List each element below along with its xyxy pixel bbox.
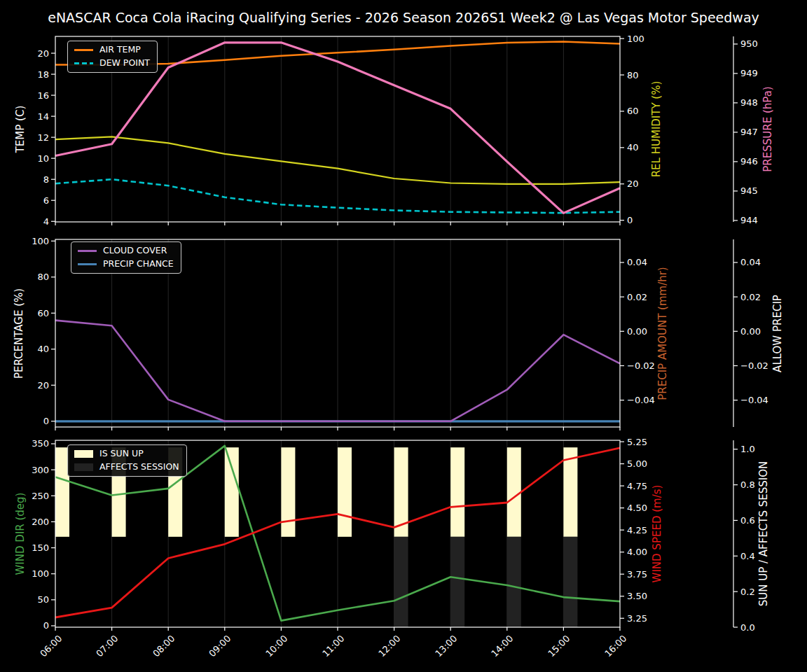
is-sun-up-bar bbox=[507, 447, 521, 537]
y-tick-label: 0 bbox=[43, 621, 49, 630]
y-tick-label: 10 bbox=[37, 154, 49, 163]
legend-label: PRECIP CHANCE bbox=[103, 259, 174, 269]
y-tick-label: 20 bbox=[37, 49, 49, 58]
y-tick-label: 20 bbox=[37, 381, 49, 390]
y-tick-label: 0.00 bbox=[740, 327, 761, 336]
y-tick-label: 50 bbox=[37, 595, 49, 604]
y-tick-label: 944 bbox=[740, 216, 758, 225]
y-tick-label: 1.0 bbox=[740, 444, 755, 454]
y-tick-label: 100 bbox=[32, 237, 49, 246]
y-tick-label: 946 bbox=[740, 157, 758, 166]
y-tick-label: 0 bbox=[627, 216, 633, 225]
y-tick-label: 0.8 bbox=[740, 480, 755, 489]
y-tick-label: 0.2 bbox=[740, 587, 755, 596]
legend-wind: IS SUN UP AFFECTS SESSION bbox=[67, 444, 187, 477]
axis-title-allow-precip: ALLOW PRECIP bbox=[773, 243, 783, 425]
is-sun-up-bar bbox=[338, 447, 352, 537]
y-tick-label: 0 bbox=[43, 416, 49, 426]
y-tick-label: 0.04 bbox=[740, 258, 761, 267]
y-tick-label: 3.75 bbox=[627, 570, 647, 579]
y-tick-label: 0.6 bbox=[740, 516, 755, 525]
y-tick-label: 4 bbox=[43, 217, 49, 226]
legend-temperature: AIR TEMP DEW POINT bbox=[67, 41, 158, 73]
axis-title-pressure: PRESSURE (hPa) bbox=[763, 38, 773, 220]
y-tick-label: 0.02 bbox=[740, 293, 761, 302]
y-tick-label: 4.50 bbox=[627, 503, 647, 512]
y-tick-label: 4.25 bbox=[627, 526, 647, 535]
y-tick-label: 8 bbox=[43, 175, 49, 184]
axis-title-wind-speed: WIND SPEED (m/s) bbox=[652, 443, 663, 625]
legend-item-dew-point: DEW POINT bbox=[74, 58, 150, 68]
y-tick-label: 0.4 bbox=[740, 552, 755, 561]
precip-chance-line-swatch bbox=[78, 263, 97, 265]
y-tick-label: 4.00 bbox=[627, 547, 647, 556]
y-tick-label: 16 bbox=[37, 91, 49, 100]
legend-item-affects-session: AFFECTS SESSION bbox=[74, 462, 179, 472]
y-tick-label: 60 bbox=[37, 309, 49, 318]
y-tick-label: 350 bbox=[32, 439, 49, 448]
y-tick-label: 5.00 bbox=[627, 459, 647, 468]
y-tick-label: 948 bbox=[740, 98, 758, 107]
affects-session-bar bbox=[450, 537, 464, 627]
y-tick-label: 0.0 bbox=[740, 623, 755, 632]
y-tick-label: −0.04 bbox=[740, 396, 768, 405]
y-tick-label: 950 bbox=[740, 39, 758, 48]
air-temp-line-swatch bbox=[74, 49, 93, 51]
y-tick-label: 20 bbox=[627, 179, 639, 188]
affects-session-bar bbox=[394, 537, 408, 627]
y-tick-label: 300 bbox=[32, 465, 49, 475]
y-tick-label: 14 bbox=[37, 112, 49, 121]
y-tick-label: −0.02 bbox=[627, 361, 655, 370]
legend-item-air-temp: AIR TEMP bbox=[74, 45, 150, 55]
y-tick-label: 0.04 bbox=[627, 258, 647, 267]
affects-session-patch-swatch bbox=[74, 463, 93, 471]
y-tick-label: −0.02 bbox=[740, 361, 768, 370]
y-tick-label: 200 bbox=[32, 517, 49, 526]
y-tick-label: 60 bbox=[627, 106, 639, 115]
legend-item-precip-chance: PRECIP CHANCE bbox=[78, 259, 174, 269]
is-sun-up-bar bbox=[225, 447, 239, 537]
is-sun-up-bar bbox=[563, 447, 577, 537]
axis-title-wind-dir: WIND DIR (deg) bbox=[15, 443, 26, 625]
y-tick-label: 6 bbox=[43, 196, 49, 205]
y-tick-label: 80 bbox=[627, 71, 639, 80]
y-tick-label: 4.75 bbox=[627, 482, 647, 491]
affects-session-bar bbox=[507, 537, 521, 627]
y-tick-label: 100 bbox=[32, 569, 49, 578]
y-tick-label: 40 bbox=[627, 143, 639, 152]
y-tick-label: 949 bbox=[740, 69, 758, 78]
y-tick-label: 18 bbox=[37, 70, 49, 79]
axis-title-percentage: PERCENTAGE (%) bbox=[14, 243, 25, 425]
legend-label: AIR TEMP bbox=[99, 45, 141, 55]
legend-item-cloud-cover: CLOUD COVER bbox=[78, 246, 174, 255]
affects-session-bar bbox=[563, 537, 577, 627]
y-tick-label: 250 bbox=[32, 491, 49, 500]
y-tick-label: 12 bbox=[37, 133, 49, 142]
y-tick-label: 150 bbox=[32, 543, 49, 552]
y-tick-label: 3.50 bbox=[627, 592, 647, 601]
y-tick-label: −0.04 bbox=[627, 396, 655, 405]
legend-label: CLOUD COVER bbox=[103, 246, 167, 255]
y-tick-label: 0.02 bbox=[627, 293, 647, 302]
is-sun-up-bar bbox=[281, 447, 295, 537]
y-tick-label: 40 bbox=[37, 344, 49, 354]
is-sun-up-bar bbox=[450, 447, 464, 537]
sun-up-patch-swatch bbox=[74, 450, 93, 458]
y-tick-label: 100 bbox=[627, 34, 644, 43]
y-tick-label: 0.00 bbox=[627, 327, 647, 336]
y-tick-label: 5.25 bbox=[627, 438, 647, 447]
axis-title-rel-humidity: REL HUMIDITY (%) bbox=[651, 38, 662, 220]
y-tick-label: 80 bbox=[37, 272, 49, 281]
y-tick-label: 947 bbox=[740, 127, 758, 136]
legend-item-is-sun-up: IS SUN UP bbox=[74, 449, 179, 458]
legend-precipitation: CLOUD COVER PRECIP CHANCE bbox=[71, 241, 181, 274]
y-tick-label: 3.25 bbox=[627, 614, 647, 623]
axis-title-precip-amount: PRECIP AMOUNT (mm/hr) bbox=[658, 243, 668, 425]
axis-title-sun-up: SUN UP / AFFECTS SESSION bbox=[759, 443, 769, 625]
forecast-plot-canvas bbox=[0, 0, 807, 672]
axis-title-temp: TEMP (C) bbox=[15, 38, 26, 220]
y-tick-label: 945 bbox=[740, 186, 758, 195]
cloud-cover-line-swatch bbox=[78, 250, 97, 252]
legend-label: AFFECTS SESSION bbox=[99, 462, 179, 472]
legend-label: IS SUN UP bbox=[99, 449, 144, 458]
